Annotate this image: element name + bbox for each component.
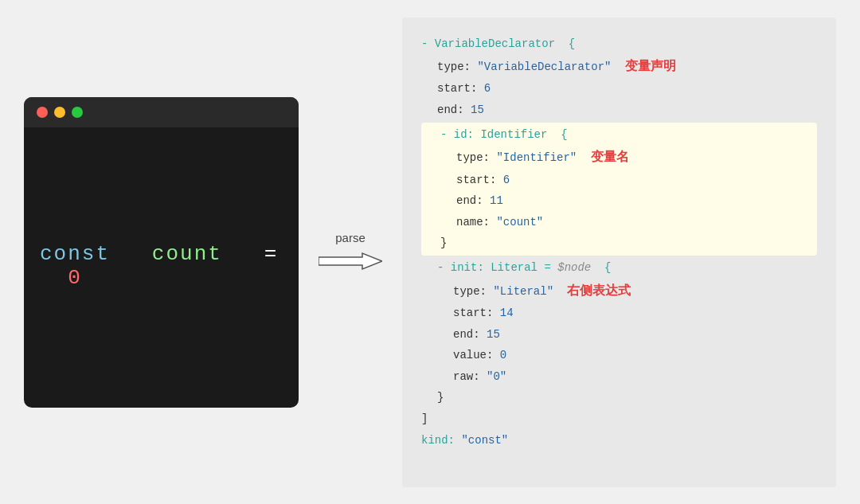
space1: [124, 242, 139, 266]
ast-text-10-italic: $node: [557, 261, 591, 274]
ast-text-4: - id: Identifier {: [440, 128, 568, 141]
space2: [236, 242, 250, 266]
ast-line-15: raw: "0": [421, 366, 817, 388]
ast-text-11: type: "Literal": [453, 285, 553, 298]
ast-text-8: name: "count": [456, 216, 543, 229]
ast-line-11: type: "Literal" 右侧表达式: [421, 279, 817, 303]
ast-text-16: }: [437, 391, 444, 404]
arrow-label: parse: [335, 231, 366, 244]
ast-text-0: - VariableDeclarator {: [421, 37, 575, 50]
code-panel: const count = 0: [24, 97, 299, 408]
keyword-const: const: [40, 242, 110, 266]
dot-green: [72, 107, 83, 118]
ast-line-3: end: 15: [421, 100, 817, 121]
ast-text-10: - init: Literal =: [437, 261, 557, 274]
ast-text-2: start: 6: [437, 82, 491, 95]
space3: [40, 266, 54, 290]
value-zero: 0: [68, 266, 82, 290]
titlebar: [24, 97, 299, 127]
equals-sign: =: [264, 242, 279, 266]
highlighted-id-block: - id: Identifier { type: "Identifier" 变量…: [421, 123, 817, 256]
ast-text-9: }: [440, 236, 447, 249]
var-name: count: [152, 242, 222, 266]
ast-text-12: start: 14: [453, 307, 514, 319]
ast-line-4: - id: Identifier {: [424, 124, 814, 146]
ast-line-12: start: 14: [421, 303, 817, 324]
ast-text-18: kind: "const": [421, 434, 508, 447]
ast-text-14: value: 0: [453, 349, 506, 361]
annotation-identifier: 变量名: [584, 150, 629, 163]
arrow-icon: [319, 249, 382, 273]
ast-panel: - VariableDeclarator { type: "VariableDe…: [402, 18, 836, 487]
code-body: const count = 0: [24, 127, 299, 404]
ast-text-1: type: "VariableDeclarator": [437, 61, 611, 73]
ast-line-6: start: 6: [424, 170, 814, 191]
ast-text-3: end: 15: [437, 104, 484, 116]
ast-text-5: type: "Identifier": [456, 151, 577, 164]
ast-line-8: name: "count": [424, 212, 814, 233]
annotation-literal: 右侧表达式: [560, 283, 631, 297]
ast-line-2: start: 6: [421, 78, 817, 100]
ast-line-7: end: 11: [424, 190, 814, 212]
ast-text-10b: {: [591, 261, 611, 274]
dot-yellow: [54, 107, 65, 118]
ast-text-15: raw: "0": [453, 370, 506, 383]
ast-line-16: }: [421, 387, 817, 408]
ast-line-10: - init: Literal = $node {: [421, 257, 817, 279]
svg-marker-0: [319, 253, 382, 269]
ast-text-7: end: 11: [456, 194, 503, 207]
ast-line-9: }: [424, 232, 814, 254]
ast-line-17: ]: [421, 408, 817, 430]
ast-line-18: kind: "const": [421, 430, 817, 451]
dot-red: [37, 107, 48, 118]
annotation-variable-decl: 变量声明: [618, 59, 676, 72]
code-line: const count = 0: [40, 242, 283, 290]
ast-line-14: value: 0: [421, 345, 817, 366]
ast-line-13: end: 15: [421, 324, 817, 346]
ast-line-1: type: "VariableDeclarator" 变量声明: [421, 54, 817, 78]
ast-line-0: - VariableDeclarator {: [421, 33, 817, 55]
arrow-container: parse: [315, 231, 386, 273]
main-container: const count = 0 parse - VariableDeclarat…: [0, 0, 860, 504]
ast-text-6: start: 6: [456, 174, 510, 186]
ast-line-5: type: "Identifier" 变量名: [424, 145, 814, 169]
ast-text-13: end: 15: [453, 328, 500, 341]
ast-text-17: ]: [421, 412, 428, 425]
